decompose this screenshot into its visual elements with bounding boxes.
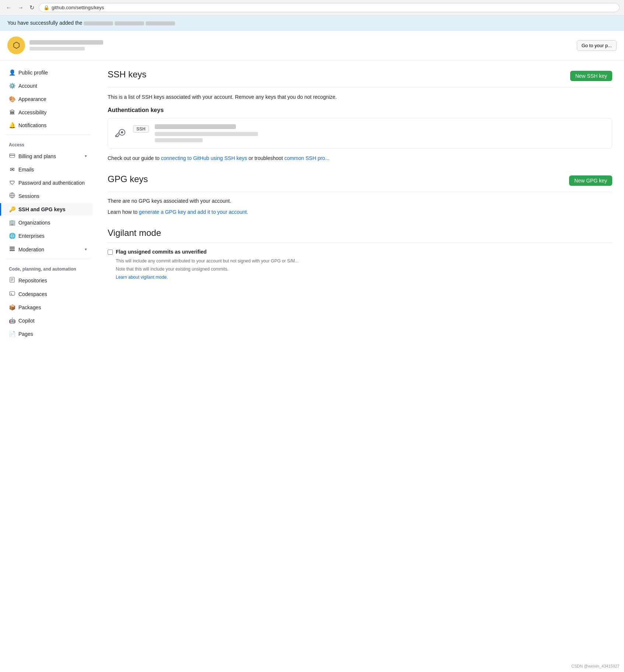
- guide-text: Check out our guide to connecting to Git…: [108, 154, 612, 162]
- sidebar-label-enterprises: Enterprises: [18, 233, 45, 239]
- sidebar: 👤 Public profile ⚙️ Account 🎨 Appearance…: [0, 60, 96, 347]
- sidebar-item-moderation[interactable]: Moderation ▾: [3, 243, 93, 256]
- sidebar-item-sessions[interactable]: Sessions: [3, 189, 93, 202]
- svg-point-13: [121, 131, 123, 133]
- banner-redacted-2: [115, 21, 144, 25]
- vigilant-checkbox-row: Flag unsigned commits as unverified: [108, 249, 612, 255]
- svg-rect-6: [10, 250, 15, 251]
- key-title-blur: [155, 124, 236, 129]
- sidebar-label-appearance: Appearance: [18, 96, 46, 102]
- svg-rect-1: [10, 155, 15, 156]
- vigilant-learn-link[interactable]: Learn about vigilant mode.: [116, 275, 168, 280]
- sidebar-item-accessibility[interactable]: 🏛 Accessibility: [3, 106, 93, 118]
- packages-icon: 📦: [9, 304, 15, 311]
- success-banner: You have successfully added the: [0, 15, 624, 31]
- url-text: github.com/settings/keys: [52, 5, 104, 10]
- vigilant-description-2: Note that this will include your existin…: [116, 266, 612, 272]
- main-content: SSH keys New SSH key This is a list of S…: [96, 60, 624, 347]
- browser-bar: ← → ↻ 🔒 github.com/settings/keys: [0, 0, 624, 15]
- access-section-label: Access: [0, 138, 96, 150]
- sidebar-item-appearance[interactable]: 🎨 Appearance: [3, 93, 93, 105]
- ssh-key-card: SSH: [108, 118, 612, 149]
- guide-link-ssh[interactable]: connecting to GitHub using SSH keys: [161, 155, 247, 161]
- gpg-learn-link[interactable]: generate a GPG key and add it to your ac…: [139, 209, 248, 215]
- sidebar-item-emails[interactable]: ✉ Emails: [3, 163, 93, 176]
- sidebar-divider-1: [6, 135, 90, 135]
- auth-keys-title: Authentication keys: [108, 107, 612, 114]
- svg-rect-11: [10, 292, 15, 295]
- username-blur: [29, 40, 103, 45]
- go-to-profile-button[interactable]: Go to your p...: [577, 40, 617, 51]
- forward-button[interactable]: →: [16, 4, 25, 12]
- gpg-divider: [108, 192, 612, 192]
- sidebar-label-accessibility: Accessibility: [18, 109, 46, 115]
- key-card-icon: [114, 126, 127, 142]
- address-bar[interactable]: 🔒 github.com/settings/keys: [39, 3, 620, 12]
- sidebar-item-packages[interactable]: 📦 Packages: [3, 301, 93, 314]
- vigilant-divider: [108, 243, 612, 243]
- ssh-section-title: SSH keys: [108, 69, 146, 80]
- pages-icon: 📄: [9, 331, 15, 337]
- ssh-badge: SSH: [133, 125, 149, 133]
- ssh-divider: [108, 87, 612, 87]
- key-date-blur: [155, 138, 203, 142]
- guide-link-troubleshoot[interactable]: common SSH pro...: [284, 155, 329, 161]
- sidebar-label-packages: Packages: [18, 304, 41, 310]
- sidebar-item-repositories[interactable]: Repositories: [3, 274, 93, 287]
- billing-icon: [9, 153, 15, 160]
- banner-redacted-1: [84, 21, 113, 25]
- sidebar-label-codespaces: Codespaces: [18, 291, 47, 297]
- ssh-section: SSH keys New SSH key This is a list of S…: [108, 69, 612, 162]
- ssh-header-row: SSH keys New SSH key: [108, 69, 612, 83]
- avatar: ⬡: [7, 36, 25, 54]
- learn-text: Learn how to: [108, 209, 137, 215]
- svg-rect-5: [10, 248, 15, 250]
- person-icon: 👤: [9, 69, 15, 76]
- user-info: [29, 40, 572, 51]
- sidebar-item-pages[interactable]: 📄 Pages: [3, 328, 93, 340]
- sidebar-item-codespaces[interactable]: Codespaces: [3, 288, 93, 300]
- key-details: [155, 124, 606, 142]
- sidebar-item-enterprises[interactable]: 🌐 Enterprises: [3, 230, 93, 242]
- sidebar-item-password-auth[interactable]: 🛡 Password and authentication: [3, 177, 93, 189]
- sidebar-label-sessions: Sessions: [18, 193, 39, 199]
- sidebar-item-copilot[interactable]: 🤖 Copilot: [3, 314, 93, 327]
- billing-chevron-icon: ▾: [85, 154, 87, 159]
- back-button[interactable]: ←: [4, 4, 13, 12]
- moderation-chevron-icon: ▾: [85, 247, 87, 252]
- globe-icon: 🌐: [9, 233, 15, 239]
- repo-icon: [9, 277, 15, 284]
- guide-text-before: Check out our guide to: [108, 155, 160, 161]
- sidebar-item-account[interactable]: ⚙️ Account: [3, 80, 93, 92]
- reload-button[interactable]: ↻: [28, 3, 36, 12]
- sidebar-item-public-profile[interactable]: 👤 Public profile: [3, 66, 93, 79]
- brush-icon: 🎨: [9, 96, 15, 102]
- vigilant-checkbox-label[interactable]: Flag unsigned commits as unverified: [116, 249, 207, 255]
- new-ssh-key-button[interactable]: New SSH key: [570, 71, 612, 81]
- billing-left: Billing and plans: [9, 153, 56, 160]
- sidebar-item-ssh-gpg[interactable]: 🔑 SSH and GPG keys: [0, 203, 93, 216]
- code-section-label: Code, planning, and automation: [0, 262, 96, 274]
- new-gpg-key-button[interactable]: New GPG key: [569, 175, 612, 186]
- sessions-icon: [9, 192, 15, 199]
- key-fingerprint-blur: [155, 132, 258, 136]
- ssh-description: This is a list of SSH keys associated wi…: [108, 93, 612, 101]
- sidebar-label-billing: Billing and plans: [18, 153, 56, 159]
- banner-text: You have successfully added the: [7, 20, 82, 26]
- sidebar-label-public-profile: Public profile: [18, 70, 48, 76]
- sidebar-divider-2: [6, 259, 90, 259]
- svg-rect-4: [10, 247, 15, 248]
- vigilant-checkbox[interactable]: [108, 250, 113, 255]
- page-layout: 👤 Public profile ⚙️ Account 🎨 Appearance…: [0, 60, 624, 347]
- gpg-learn-text: Learn how to generate a GPG key and add …: [108, 208, 612, 216]
- sidebar-label-notifications: Notifications: [18, 122, 46, 128]
- user-sub-blur: [29, 47, 85, 51]
- sidebar-label-password-auth: Password and authentication: [18, 180, 85, 186]
- sidebar-item-organizations[interactable]: 🏢 Organizations: [3, 216, 93, 229]
- sidebar-item-billing[interactable]: Billing and plans ▾: [3, 150, 93, 163]
- vigilant-section: Vigilant mode Flag unsigned commits as u…: [108, 228, 612, 281]
- no-gpg-keys-text: There are no GPG keys associated with yo…: [108, 198, 612, 204]
- sidebar-item-notifications[interactable]: 🔔 Notifications: [3, 119, 93, 132]
- key-icon: 🔑: [9, 206, 15, 213]
- copilot-icon: 🤖: [9, 317, 15, 324]
